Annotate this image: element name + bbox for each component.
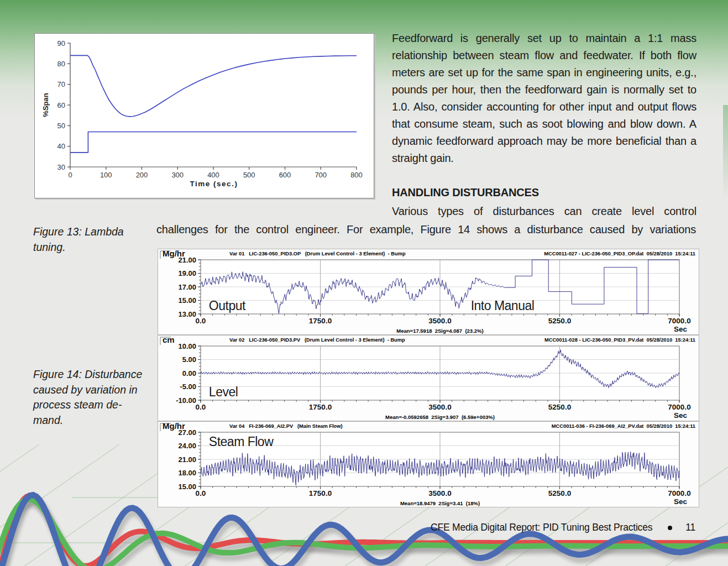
fig13-x-axis-label: Time (sec.) — [190, 180, 238, 188]
svg-text:19.00: 19.00 — [178, 269, 196, 277]
trend-header-right: MCC0011-036 - FI-236-069_AI2_PV.dat 05/2… — [552, 423, 695, 429]
fig13-series-controller-step — [70, 132, 357, 153]
page-footer: CFE Media Digital Report: PID Tuning Bes… — [431, 522, 695, 533]
svg-text:13.00: 13.00 — [178, 310, 196, 318]
svg-text:-10.00: -10.00 — [176, 396, 196, 405]
svg-text:0.00: 0.00 — [182, 369, 196, 378]
svg-text:7000.0: 7000.0 — [668, 317, 690, 325]
svg-text:0.0: 0.0 — [196, 489, 206, 497]
footer-bullet-icon — [668, 526, 672, 530]
svg-text:200: 200 — [136, 171, 148, 179]
svg-text:3500.0: 3500.0 — [428, 317, 451, 325]
svg-text:0.0: 0.0 — [196, 403, 206, 411]
svg-text:70: 70 — [57, 80, 65, 88]
footer-page-number: 11 — [685, 522, 695, 533]
svg-text:18.00: 18.00 — [178, 469, 196, 477]
trend-unit-label: Mg/hr — [163, 249, 185, 258]
svg-text:40: 40 — [57, 142, 65, 150]
svg-text:1750.0: 1750.0 — [309, 403, 332, 411]
trend-annotation: Output — [209, 298, 246, 313]
svg-text:30: 30 — [57, 163, 65, 171]
trend-header-right: MCC0011-028 - LIC-236-050_PID3_PV.dat 05… — [544, 337, 695, 343]
disturbances-paragraph-line1: Various types of disturbances can create… — [392, 205, 696, 218]
trend-annotation: Into Manual — [471, 298, 535, 313]
svg-text:500: 500 — [243, 171, 255, 179]
handling-disturbances-heading: HANDLING DISTURBANCES — [392, 186, 696, 199]
svg-text:5250.0: 5250.0 — [548, 317, 571, 325]
figure-13-chart: 304050607080900100200300400500600700800%… — [35, 34, 373, 197]
svg-text:21.00: 21.00 — [178, 455, 196, 464]
trend-x-unit: Sec — [674, 411, 688, 420]
trend-x-unit: Sec — [674, 497, 688, 506]
svg-text:600: 600 — [279, 171, 291, 179]
right-edge-green-strip — [723, 105, 728, 199]
trend-x-unit: Sec — [674, 325, 688, 333]
svg-text:15.00: 15.00 — [178, 483, 196, 491]
figure-14-trend-charts: 21.0019.0017.0015.0013.000.01750.03500.0… — [158, 249, 699, 507]
trend-annotation: Steam Flow — [209, 434, 274, 449]
figure-14-caption: Figure 14: Disturbance caused by variati… — [33, 367, 155, 428]
trend-unit-label: cm — [163, 335, 175, 344]
svg-text:50: 50 — [57, 122, 65, 130]
svg-text:400: 400 — [207, 171, 219, 179]
figure-13-box: 304050607080900100200300400500600700800%… — [34, 33, 374, 198]
svg-text:3500.0: 3500.0 — [428, 403, 451, 411]
svg-text:24.00: 24.00 — [178, 442, 196, 450]
svg-text:700: 700 — [315, 171, 327, 179]
report-page: 304050607080900100200300400500600700800%… — [0, 0, 728, 566]
svg-text:0: 0 — [68, 171, 72, 179]
disturbances-paragraph-line2: challenges for the control engineer. For… — [156, 223, 696, 236]
trend-stats: Mean=17.5918 2Sig=4.087 (23.2%) — [396, 328, 483, 334]
svg-text:1750.0: 1750.0 — [309, 317, 332, 325]
trend-chart-output: 21.0019.0017.0015.0013.000.01750.03500.0… — [158, 249, 699, 335]
svg-text:80: 80 — [57, 60, 65, 68]
svg-text:7000.0: 7000.0 — [668, 489, 690, 497]
fig13-series-process-response — [70, 55, 357, 116]
svg-text:15.00: 15.00 — [178, 296, 196, 305]
svg-text:800: 800 — [350, 171, 363, 179]
trend-stats: Mean=18.9479 2Sig=3.41 (18%) — [400, 500, 480, 506]
footer-text: CFE Media Digital Report: PID Tuning Bes… — [431, 522, 652, 533]
trend-stats: Mean=-0.0592658 2Sig=3.907 (6.59e+003%) — [385, 414, 495, 420]
figure-13-caption: Figure 13: Lambda tuning. — [33, 224, 144, 255]
trend-annotation: Level — [209, 385, 238, 399]
feedforward-paragraph: Feedforward is generally set up to maint… — [392, 30, 696, 167]
trend-chart-steam-flow: 27.0024.0021.0018.0015.000.01750.03500.0… — [158, 421, 699, 507]
svg-text:3500.0: 3500.0 — [428, 489, 451, 497]
svg-text:10.00: 10.00 — [178, 342, 196, 350]
svg-text:7000.0: 7000.0 — [668, 403, 690, 411]
trend-header-left: Var 04 FI-236-069_AI2.PV (Main Steam Flo… — [229, 423, 343, 429]
fig13-y-axis-label: %Span — [41, 93, 50, 117]
svg-text:-5.00: -5.00 — [180, 382, 196, 391]
trend-header-left: Var 02 LIC-236-050_PID3.PV (Drum Level C… — [229, 337, 405, 343]
svg-text:5250.0: 5250.0 — [548, 489, 571, 497]
svg-text:17.00: 17.00 — [178, 283, 196, 291]
trend-header-left: Var 01 LIC-236-050_PID3.OP (Drum Level C… — [229, 251, 406, 256]
svg-text:60: 60 — [57, 101, 65, 109]
trend-unit-label: Mg/hr — [163, 421, 185, 431]
svg-text:90: 90 — [57, 39, 65, 48]
svg-text:1750.0: 1750.0 — [309, 489, 332, 497]
svg-text:0.0: 0.0 — [196, 317, 206, 325]
svg-text:100: 100 — [100, 171, 112, 179]
trend-header-right: MCC0011-027 - LIC-236-050_PID3_OP.dat 05… — [544, 251, 695, 256]
svg-text:5.00: 5.00 — [182, 355, 196, 364]
svg-text:5250.0: 5250.0 — [548, 403, 571, 411]
trend-chart-level: 10.005.000.00-5.00-10.000.01750.03500.05… — [158, 335, 699, 421]
svg-text:300: 300 — [171, 171, 184, 179]
